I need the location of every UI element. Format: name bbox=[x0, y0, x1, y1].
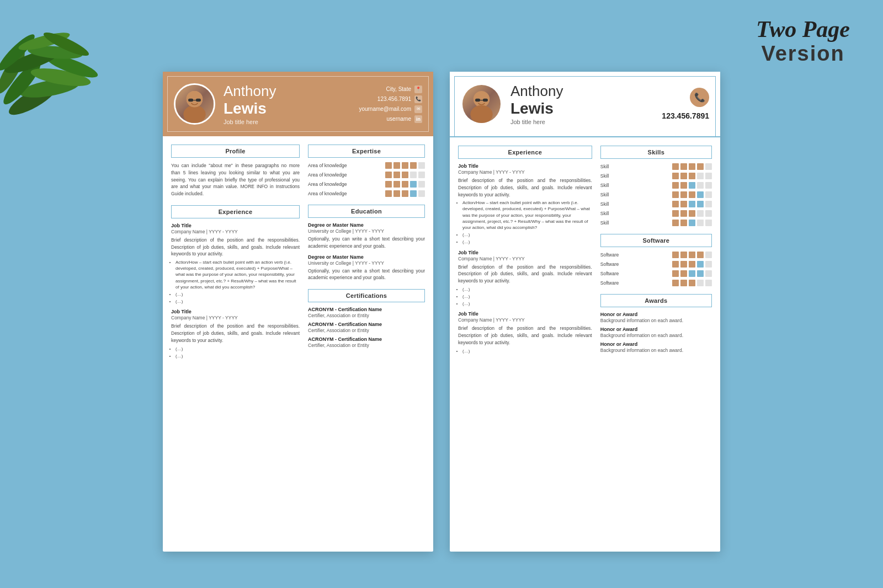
bar bbox=[689, 173, 695, 179]
page1-col-left: Profile You can include "about me" in th… bbox=[171, 145, 300, 367]
bar bbox=[689, 191, 695, 198]
sw-bars-1 bbox=[672, 252, 712, 258]
bar bbox=[672, 182, 679, 189]
experience-section-p1: Experience Job Title Company Name | YYYY… bbox=[171, 205, 300, 359]
award1-name: Honor or Award bbox=[600, 312, 712, 317]
version-label: Two Page Version bbox=[756, 17, 850, 66]
skill-row-3: Area of knowledge bbox=[308, 181, 425, 188]
bar bbox=[705, 270, 712, 277]
cert3-name: ACRONYM - Certification Name bbox=[308, 336, 425, 342]
p2-bullet-extra2: (…) bbox=[462, 239, 592, 245]
p2-job3-bullets: (…) bbox=[462, 348, 592, 354]
page1-first-name: Anthony bbox=[224, 83, 350, 100]
page2-col-right: Skills Skill Skill bbox=[600, 146, 712, 362]
bar bbox=[697, 270, 704, 277]
sw-label-4: Software bbox=[600, 280, 672, 286]
bar bbox=[689, 163, 695, 170]
page1-body: Profile You can include "about me" in th… bbox=[163, 136, 433, 375]
bar bbox=[697, 182, 704, 189]
bar bbox=[680, 191, 687, 198]
bar bbox=[680, 201, 687, 207]
sw-bars-2 bbox=[672, 261, 712, 268]
p2-job3-company: Company Name | YYYY - YYYY bbox=[458, 317, 592, 323]
bar bbox=[697, 163, 704, 170]
sw-bars-4 bbox=[672, 280, 712, 286]
page2-header: Anthony Lewis Job title here 📞 123.456.7… bbox=[450, 72, 720, 137]
bar bbox=[689, 201, 695, 207]
bar bbox=[680, 220, 687, 226]
p2-skill-bars-2 bbox=[672, 173, 712, 179]
phone-icon: 📞 bbox=[414, 95, 422, 103]
bar bbox=[705, 173, 712, 179]
award2-desc: Background information on each award. bbox=[600, 333, 712, 338]
p2-skill-7: Skill bbox=[600, 220, 712, 226]
job1-bullets: Action/How – start each bullet point wit… bbox=[175, 259, 300, 304]
sw-row-2: Software bbox=[600, 261, 712, 268]
bullet-item: Action/How – start each bullet point wit… bbox=[175, 259, 300, 290]
bar bbox=[672, 173, 679, 179]
skill-row-2: Area of knowledge bbox=[308, 172, 425, 178]
bar bbox=[697, 201, 704, 207]
bar bbox=[672, 201, 679, 207]
version-text: Version bbox=[756, 42, 850, 66]
page1-col-right: Expertise Area of knowledge Area of know… bbox=[308, 145, 425, 367]
bar bbox=[680, 280, 687, 286]
p2-skill-label-5: Skill bbox=[600, 201, 672, 207]
job2-company: Company Name | YYYY - YYYY bbox=[171, 315, 300, 320]
bar bbox=[385, 190, 392, 197]
skill-row-4: Area of knowledge bbox=[308, 190, 425, 197]
award1-desc: Background information on each award. bbox=[600, 318, 712, 323]
p2-bullet-extra1: (…) bbox=[462, 232, 592, 238]
p2-job2-bullets: (…) (…) (…) bbox=[462, 286, 592, 307]
bar bbox=[385, 172, 392, 178]
p2-skill-bars-6 bbox=[672, 210, 712, 217]
sw-label-2: Software bbox=[600, 261, 672, 267]
svg-point-18 bbox=[470, 105, 492, 124]
job2-bullet1: (…) bbox=[175, 346, 300, 352]
bar bbox=[697, 261, 704, 268]
bar bbox=[418, 162, 425, 169]
email-icon: ✉ bbox=[414, 105, 422, 113]
awards-title: Awards bbox=[600, 294, 712, 307]
p2-job2-b1: (…) bbox=[462, 286, 592, 292]
p2-skill-bars-1 bbox=[672, 163, 712, 170]
bar bbox=[697, 210, 704, 217]
contact-phone-text: 123.456.7891 bbox=[377, 96, 411, 102]
cert3-issuer: Certifier, Association or Entity bbox=[308, 343, 425, 348]
bar bbox=[697, 220, 704, 226]
skill-label-3: Area of knowledge bbox=[308, 181, 385, 187]
education-title: Education bbox=[308, 205, 425, 218]
education-section: Education Degree or Master Name Universi… bbox=[308, 205, 425, 281]
bar bbox=[689, 220, 695, 226]
award3-desc: Background information on each award. bbox=[600, 348, 712, 353]
bar bbox=[418, 172, 425, 178]
contact-city: City, State 📍 bbox=[386, 85, 422, 93]
contact-email: yourname@mail.com ✉ bbox=[359, 105, 422, 113]
p2-skill-1: Skill bbox=[600, 163, 712, 170]
bar bbox=[393, 190, 400, 197]
page1-name-section: Anthony Lewis Job title here bbox=[224, 83, 350, 125]
bar bbox=[672, 261, 679, 268]
bar bbox=[697, 252, 704, 258]
page2-phone: 123.456.7891 bbox=[662, 111, 709, 120]
skill-label-4: Area of knowledge bbox=[308, 191, 385, 196]
page-2: Anthony Lewis Job title here 📞 123.456.7… bbox=[450, 72, 720, 552]
job1-desc: Brief description of the position and th… bbox=[171, 237, 300, 258]
cert2-name: ACRONYM - Certification Name bbox=[308, 322, 425, 327]
bar bbox=[402, 181, 408, 188]
svg-rect-14 bbox=[188, 99, 193, 102]
p2-job3-desc: Brief description of the position and th… bbox=[458, 325, 592, 346]
award3-name: Honor or Award bbox=[600, 341, 712, 347]
bar bbox=[697, 191, 704, 198]
bar bbox=[705, 201, 712, 207]
p2-skill-label-3: Skill bbox=[600, 183, 672, 188]
p2-skill-bars-5 bbox=[672, 201, 712, 207]
bar bbox=[402, 172, 408, 178]
degree1-text: Optionally, you can write a short text d… bbox=[308, 236, 425, 250]
p2-skill-bars-7 bbox=[672, 220, 712, 226]
software-title: Software bbox=[600, 234, 712, 247]
p2-skill-2: Skill bbox=[600, 173, 712, 179]
job1-title: Job Title bbox=[171, 223, 300, 228]
bar bbox=[410, 162, 417, 169]
avatar-page2 bbox=[461, 83, 502, 125]
